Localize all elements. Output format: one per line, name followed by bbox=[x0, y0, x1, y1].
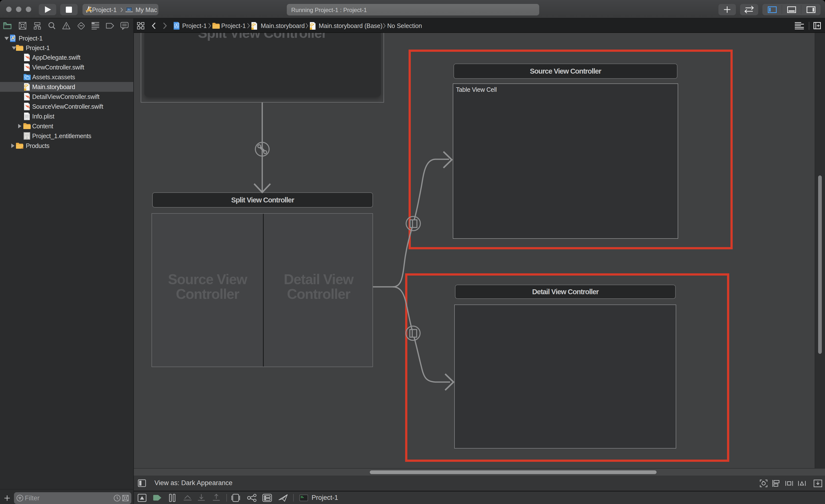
svg-text:PLIST: PLIST bbox=[25, 118, 29, 120]
